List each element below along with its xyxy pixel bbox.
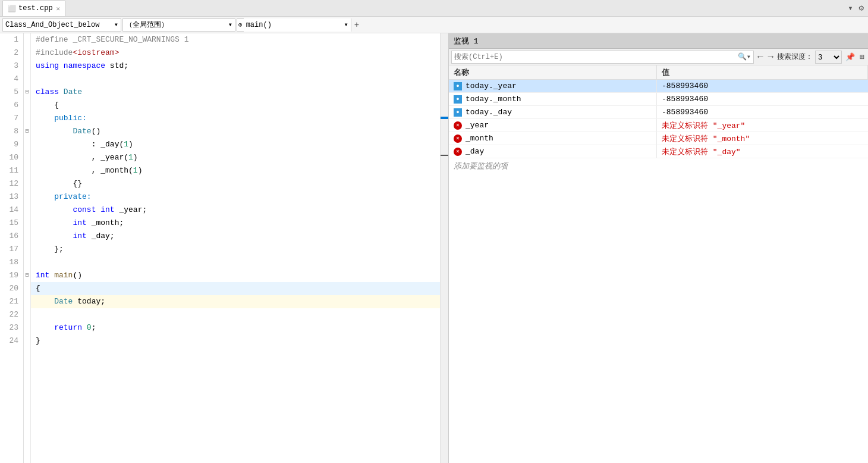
token-num: 1 — [124, 140, 128, 149]
table-row[interactable]: ✕_day未定义标识符 "_day" — [449, 145, 868, 158]
add-watch-toolbar-button[interactable]: + — [353, 20, 361, 30]
code-line: class Date — [31, 86, 440, 99]
watch-value-cell: 未定义标识符 "_month" — [657, 132, 868, 145]
token-kw: using — [36, 61, 59, 70]
watch-name-cell: ✕_month — [449, 132, 657, 145]
code-line: {} — [31, 177, 440, 190]
tab-dropdown-icon[interactable]: ▾ — [846, 3, 854, 13]
token-plain: _year; — [115, 205, 147, 214]
code-line: return 0; — [31, 321, 440, 334]
watch-search-input[interactable] — [454, 53, 738, 61]
code-line: #define _CRT_SECURE_NO_WARNINGS 1 — [31, 33, 440, 46]
global-scope-label: （全局范围） — [125, 20, 168, 30]
function-icon: ⊙ — [237, 21, 244, 29]
code-line: int _month; — [31, 217, 440, 230]
code-line: int _day; — [31, 230, 440, 243]
class-scope-arrow: ▾ — [114, 20, 118, 29]
file-tab[interactable]: ⬜ test.cpp ✕ — [2, 1, 65, 16]
token-plain: , _year( — [92, 153, 128, 162]
token-acc: public: — [54, 114, 87, 123]
code-line: }; — [31, 243, 440, 256]
token-plain: _month; — [87, 218, 124, 227]
code-text: Date() — [36, 125, 100, 138]
token-str: <iostream> — [73, 48, 119, 57]
token-num: 1 — [128, 153, 133, 162]
watch-value-cell: -858993460 — [657, 93, 868, 105]
search-next-button[interactable]: → — [767, 52, 775, 62]
tab-settings-icon[interactable]: ⚙ — [857, 3, 866, 13]
code-line: , _year(1) — [31, 151, 440, 164]
code-text: #include<iostream> — [36, 46, 119, 60]
code-line: , _month(1) — [31, 164, 440, 177]
token-plain: () — [73, 271, 82, 280]
watch-name-text: _day — [466, 147, 484, 156]
token-kw: int — [73, 218, 86, 227]
code-text: { — [36, 282, 40, 295]
token-plain: today; — [73, 297, 105, 306]
expand-button[interactable]: ⊞ — [858, 52, 866, 62]
add-watch-item[interactable]: 添加要监视的项 — [449, 158, 868, 174]
global-scope-dropdown[interactable]: （全局范围） ▾ — [122, 18, 235, 32]
token-plain: std; — [105, 61, 128, 70]
table-row[interactable]: ●today._day-858993460 — [449, 106, 868, 119]
token-kw: int — [100, 205, 114, 214]
class-scope-dropdown[interactable]: Class_And_Object_below ▾ — [2, 18, 121, 32]
table-row[interactable]: ✕_month未定义标识符 "_month" — [449, 132, 868, 145]
code-text: class Date — [36, 86, 82, 99]
pin-button[interactable]: 📌 — [844, 52, 856, 62]
token-kw: class — [36, 87, 59, 96]
code-text: private: — [36, 190, 92, 204]
table-row[interactable]: ●today._year-858993460 — [449, 80, 868, 93]
watch-name-cell: ✕_year — [449, 119, 657, 132]
token-plain: {} — [73, 179, 82, 188]
code-line: using namespace std; — [31, 60, 440, 73]
token-cls: Date — [73, 127, 91, 136]
editor-toolbar: Class_And_Object_below ▾ （全局范围） ▾ ⊙ main… — [0, 17, 868, 33]
watch-name-text: today._year — [466, 82, 517, 90]
token-plain: ) — [138, 166, 143, 175]
code-text: { — [36, 99, 59, 112]
global-scope-arrow: ▾ — [228, 20, 232, 29]
watch-table: 名称 值 ●today._year-858993460●today._month… — [449, 65, 868, 463]
watch-toolbar: 🔍▾ ← → 搜索深度： 3 1 2 4 5 📌 ⊞ — [449, 49, 868, 65]
watch-name-text: today._month — [466, 95, 521, 104]
editor-body: 123456789101112131415161718192021222324 … — [0, 33, 448, 463]
token-plain: () — [92, 127, 101, 136]
token-plain: ) — [128, 140, 133, 149]
code-line: Date() — [31, 125, 440, 138]
token-plain — [59, 61, 64, 70]
token-plain — [59, 87, 64, 96]
code-text: using namespace std; — [36, 60, 128, 73]
var-icon: ● — [454, 82, 462, 90]
token-plain: : _day( — [92, 140, 124, 149]
code-line: private: — [31, 190, 440, 204]
class-scope-label: Class_And_Object_below — [5, 21, 99, 29]
watch-search-box[interactable]: 🔍▾ — [451, 51, 754, 64]
tab-filename: test.cpp — [18, 4, 53, 12]
col-value-header: 值 — [657, 65, 868, 79]
table-row[interactable]: ●today._month-858993460 — [449, 93, 868, 106]
watch-name-cell: ●today._month — [449, 93, 657, 105]
table-row[interactable]: ✕_year未定义标识符 "_year" — [449, 119, 868, 132]
watch-table-header: 名称 值 — [449, 65, 868, 80]
search-prev-button[interactable]: ← — [756, 52, 765, 62]
tab-close-button[interactable]: ✕ — [56, 5, 61, 12]
code-text: {} — [36, 177, 82, 190]
code-area[interactable]: #define _CRT_SECURE_NO_WARNINGS 1#includ… — [31, 33, 440, 463]
watch-name-text: _year — [466, 121, 489, 130]
editor-scrollbar[interactable] — [440, 33, 448, 463]
function-scope-dropdown[interactable]: main() ▾ — [244, 18, 351, 32]
depth-select[interactable]: 3 1 2 4 5 — [815, 51, 842, 64]
watch-name-text: today._day — [466, 108, 512, 117]
code-text: , _year(1) — [36, 151, 138, 164]
code-text: : _day(1) — [36, 138, 133, 151]
token-kw: return — [54, 323, 82, 332]
search-icon[interactable]: 🔍▾ — [738, 52, 751, 61]
code-line: #include<iostream> — [31, 46, 440, 60]
token-plain: } — [36, 336, 40, 345]
line-numbers: 123456789101112131415161718192021222324 — [0, 33, 24, 463]
code-line: public: — [31, 112, 440, 125]
watch-value-cell: 未定义标识符 "_year" — [657, 119, 868, 132]
tab-actions: ▾ ⚙ — [846, 3, 866, 13]
code-text: int _day; — [36, 230, 115, 243]
